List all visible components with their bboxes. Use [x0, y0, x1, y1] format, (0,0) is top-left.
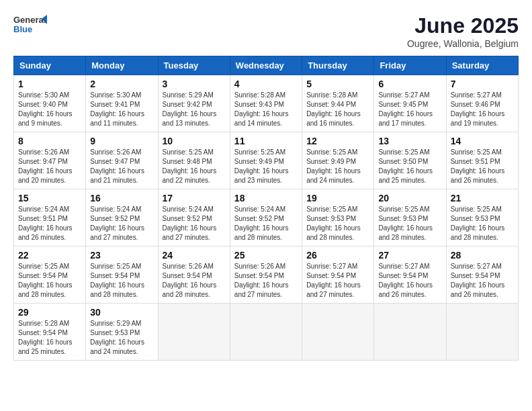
calendar-cell: 8 Sunrise: 5:26 AMSunset: 9:47 PMDayligh… — [14, 132, 86, 189]
calendar-cell: 6 Sunrise: 5:27 AMSunset: 9:45 PMDayligh… — [374, 75, 446, 132]
calendar-title: June 2025 — [407, 13, 519, 38]
calendar-cell: 21 Sunrise: 5:25 AMSunset: 9:53 PMDaylig… — [446, 189, 518, 246]
calendar-cell: 4 Sunrise: 5:28 AMSunset: 9:43 PMDayligh… — [230, 75, 302, 132]
day-info: Sunrise: 5:29 AMSunset: 9:53 PMDaylight:… — [90, 319, 153, 357]
week-row-3: 15 Sunrise: 5:24 AMSunset: 9:51 PMDaylig… — [14, 189, 519, 246]
day-info: Sunrise: 5:28 AMSunset: 9:44 PMDaylight:… — [306, 91, 369, 128]
day-info: Sunrise: 5:24 AMSunset: 9:52 PMDaylight:… — [234, 205, 298, 242]
col-monday: Monday — [86, 56, 158, 75]
day-info: Sunrise: 5:24 AMSunset: 9:52 PMDaylight:… — [163, 205, 226, 242]
day-number: 24 — [163, 250, 226, 261]
calendar-cell: 22 Sunrise: 5:25 AMSunset: 9:54 PMDaylig… — [14, 246, 86, 304]
day-number: 21 — [451, 193, 514, 203]
day-number: 5 — [306, 79, 369, 89]
calendar-cell — [446, 304, 518, 361]
calendar-subtitle: Ougree, Wallonia, Belgium — [407, 38, 519, 49]
col-tuesday: Tuesday — [158, 56, 230, 75]
col-wednesday: Wednesday — [230, 56, 302, 75]
title-block: June 2025 Ougree, Wallonia, Belgium — [407, 13, 519, 49]
week-row-2: 8 Sunrise: 5:26 AMSunset: 9:47 PMDayligh… — [14, 132, 519, 189]
day-info: Sunrise: 5:24 AMSunset: 9:51 PMDaylight:… — [18, 205, 81, 242]
calendar-cell: 1 Sunrise: 5:30 AMSunset: 9:40 PMDayligh… — [14, 75, 86, 132]
day-number: 16 — [90, 193, 153, 203]
day-number: 10 — [163, 136, 226, 146]
day-number: 20 — [378, 193, 441, 203]
calendar-cell: 14 Sunrise: 5:25 AMSunset: 9:51 PMDaylig… — [446, 132, 518, 189]
day-info: Sunrise: 5:26 AMSunset: 9:54 PMDaylight:… — [234, 262, 298, 300]
day-info: Sunrise: 5:27 AMSunset: 9:54 PMDaylight:… — [451, 262, 514, 300]
day-number: 29 — [18, 307, 81, 318]
day-number: 28 — [451, 250, 514, 261]
calendar-cell: 12 Sunrise: 5:25 AMSunset: 9:49 PMDaylig… — [302, 132, 374, 189]
calendar-cell: 9 Sunrise: 5:26 AMSunset: 9:47 PMDayligh… — [86, 132, 158, 189]
day-info: Sunrise: 5:25 AMSunset: 9:53 PMDaylight:… — [306, 205, 369, 242]
calendar-cell: 7 Sunrise: 5:27 AMSunset: 9:46 PMDayligh… — [446, 75, 518, 132]
day-info: Sunrise: 5:25 AMSunset: 9:51 PMDaylight:… — [451, 148, 514, 185]
day-info: Sunrise: 5:28 AMSunset: 9:54 PMDaylight:… — [18, 319, 81, 357]
day-number: 9 — [90, 136, 153, 146]
calendar-cell — [158, 304, 230, 361]
calendar-cell: 25 Sunrise: 5:26 AMSunset: 9:54 PMDaylig… — [230, 246, 302, 304]
calendar-cell: 10 Sunrise: 5:25 AMSunset: 9:48 PMDaylig… — [158, 132, 230, 189]
day-number: 17 — [163, 193, 226, 203]
logo-icon: General Blue — [13, 13, 47, 37]
col-friday: Friday — [374, 56, 446, 75]
calendar-cell: 20 Sunrise: 5:25 AMSunset: 9:53 PMDaylig… — [374, 189, 446, 246]
day-info: Sunrise: 5:26 AMSunset: 9:47 PMDaylight:… — [90, 148, 153, 185]
calendar-cell: 16 Sunrise: 5:24 AMSunset: 9:52 PMDaylig… — [86, 189, 158, 246]
calendar-cell: 30 Sunrise: 5:29 AMSunset: 9:53 PMDaylig… — [86, 304, 158, 361]
calendar-cell: 5 Sunrise: 5:28 AMSunset: 9:44 PMDayligh… — [302, 75, 374, 132]
day-info: Sunrise: 5:24 AMSunset: 9:52 PMDaylight:… — [90, 205, 153, 242]
day-number: 27 — [378, 250, 441, 261]
day-info: Sunrise: 5:25 AMSunset: 9:49 PMDaylight:… — [306, 148, 369, 185]
day-number: 22 — [18, 250, 81, 261]
day-number: 12 — [306, 136, 369, 146]
calendar-cell: 17 Sunrise: 5:24 AMSunset: 9:52 PMDaylig… — [158, 189, 230, 246]
calendar-cell: 15 Sunrise: 5:24 AMSunset: 9:51 PMDaylig… — [14, 189, 86, 246]
page-header: General Blue June 2025 Ougree, Wallonia,… — [13, 13, 519, 49]
header-row: Sunday Monday Tuesday Wednesday Thursday… — [14, 56, 519, 75]
calendar-cell: 19 Sunrise: 5:25 AMSunset: 9:53 PMDaylig… — [302, 189, 374, 246]
svg-text:General: General — [13, 15, 46, 25]
day-number: 13 — [378, 136, 441, 146]
day-number: 14 — [451, 136, 514, 146]
day-info: Sunrise: 5:25 AMSunset: 9:53 PMDaylight:… — [378, 205, 441, 242]
day-number: 26 — [306, 250, 369, 261]
calendar-cell: 23 Sunrise: 5:25 AMSunset: 9:54 PMDaylig… — [86, 246, 158, 304]
day-info: Sunrise: 5:25 AMSunset: 9:49 PMDaylight:… — [234, 148, 298, 185]
calendar-cell — [374, 304, 446, 361]
col-thursday: Thursday — [302, 56, 374, 75]
svg-text:Blue: Blue — [13, 24, 32, 34]
day-info: Sunrise: 5:25 AMSunset: 9:48 PMDaylight:… — [163, 148, 226, 185]
calendar-cell: 26 Sunrise: 5:27 AMSunset: 9:54 PMDaylig… — [302, 246, 374, 304]
calendar-cell: 24 Sunrise: 5:26 AMSunset: 9:54 PMDaylig… — [158, 246, 230, 304]
day-number: 7 — [451, 79, 514, 89]
day-number: 6 — [378, 79, 441, 89]
day-info: Sunrise: 5:27 AMSunset: 9:54 PMDaylight:… — [306, 262, 369, 300]
week-row-4: 22 Sunrise: 5:25 AMSunset: 9:54 PMDaylig… — [14, 246, 519, 304]
calendar-cell: 13 Sunrise: 5:25 AMSunset: 9:50 PMDaylig… — [374, 132, 446, 189]
day-number: 11 — [234, 136, 298, 146]
day-number: 3 — [163, 79, 226, 89]
week-row-1: 1 Sunrise: 5:30 AMSunset: 9:40 PMDayligh… — [14, 75, 519, 132]
day-number: 2 — [90, 79, 153, 89]
day-info: Sunrise: 5:30 AMSunset: 9:41 PMDaylight:… — [90, 91, 153, 128]
logo: General Blue — [13, 13, 47, 37]
day-info: Sunrise: 5:26 AMSunset: 9:47 PMDaylight:… — [18, 148, 81, 185]
day-number: 1 — [18, 79, 81, 89]
day-info: Sunrise: 5:27 AMSunset: 9:45 PMDaylight:… — [378, 91, 441, 128]
day-info: Sunrise: 5:25 AMSunset: 9:54 PMDaylight:… — [18, 262, 81, 300]
calendar-cell: 2 Sunrise: 5:30 AMSunset: 9:41 PMDayligh… — [86, 75, 158, 132]
col-saturday: Saturday — [446, 56, 518, 75]
day-info: Sunrise: 5:30 AMSunset: 9:40 PMDaylight:… — [18, 91, 81, 128]
day-info: Sunrise: 5:27 AMSunset: 9:46 PMDaylight:… — [451, 91, 514, 128]
day-info: Sunrise: 5:25 AMSunset: 9:54 PMDaylight:… — [90, 262, 153, 300]
col-sunday: Sunday — [14, 56, 86, 75]
calendar-table: Sunday Monday Tuesday Wednesday Thursday… — [13, 56, 519, 361]
day-number: 19 — [306, 193, 369, 203]
day-info: Sunrise: 5:28 AMSunset: 9:43 PMDaylight:… — [234, 91, 298, 128]
day-number: 8 — [18, 136, 81, 146]
calendar-cell: 18 Sunrise: 5:24 AMSunset: 9:52 PMDaylig… — [230, 189, 302, 246]
calendar-cell: 11 Sunrise: 5:25 AMSunset: 9:49 PMDaylig… — [230, 132, 302, 189]
day-number: 23 — [90, 250, 153, 261]
